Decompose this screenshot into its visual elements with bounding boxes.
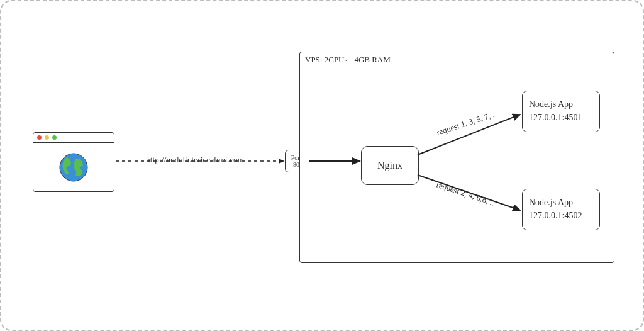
nodejs-app-1: Node.js App 127.0.0.1:4501 <box>522 91 600 132</box>
window-maximize-dot <box>52 135 57 140</box>
app1-name: Node.js App <box>529 98 593 111</box>
browser-window <box>33 132 114 192</box>
nodejs-app-2: Node.js App 127.0.0.1:4502 <box>522 189 600 230</box>
app2-name: Node.js App <box>529 196 593 209</box>
diagram-canvas: http://nodelb.tericcabrel.com Port 80 VP… <box>0 0 644 331</box>
proxy-name: Nginx <box>377 160 402 171</box>
port-label-bottom: 80 <box>293 161 299 168</box>
url-label: http://nodelb.tericcabrel.com <box>146 155 244 165</box>
window-minimize-dot <box>45 135 49 140</box>
app2-address: 127.0.0.1:4502 <box>529 209 593 222</box>
vps-container: VPS: 2CPUs - 4GB RAM <box>299 52 614 263</box>
app1-address: 127.0.0.1:4501 <box>529 111 593 124</box>
browser-body <box>33 143 114 191</box>
browser-titlebar <box>33 133 114 143</box>
vps-title: VPS: 2CPUs - 4GB RAM <box>300 52 614 67</box>
nginx-box: Nginx <box>361 146 419 185</box>
globe-icon <box>57 151 90 184</box>
window-close-dot <box>37 135 42 140</box>
